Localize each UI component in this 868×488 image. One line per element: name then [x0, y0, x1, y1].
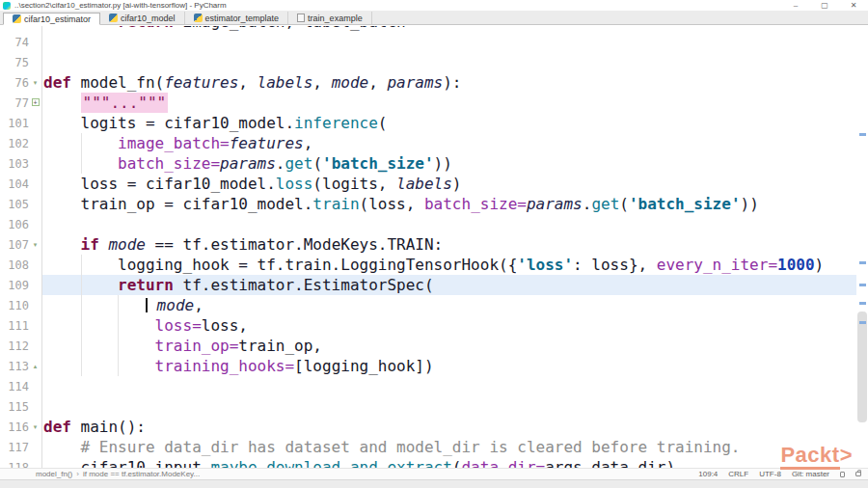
scrollbar-occurrence-mark[interactable] [859, 284, 866, 286]
code-line[interactable]: 107▾ if mode == tf.estimator.ModeKeys.TR… [0, 234, 856, 255]
editor-tab-bar: cifar10_estimatorcifar10_modelestimator_… [0, 12, 868, 25]
gutter[interactable]: 115 [0, 396, 42, 417]
gutter[interactable]: 116▾ [0, 417, 42, 437]
status-widgets: 109:4 CRLF UTF-8 Git: master [698, 470, 861, 478]
encoding-selector[interactable]: UTF-8 [759, 470, 781, 478]
gutter[interactable]: 75 [0, 52, 42, 72]
caret-position[interactable]: 109:4 [698, 470, 718, 478]
tab-label: cifar10_model [121, 14, 176, 23]
code-text: def model_fn(features, labels, mode, par… [42, 72, 856, 93]
code-line[interactable]: 116▾def main(): [0, 417, 856, 437]
window-controls: – ▢ ✕ [781, 0, 868, 12]
code-line[interactable]: 76▾def model_fn(features, labels, mode, … [0, 72, 856, 93]
scrollbar-occurrence-mark[interactable] [859, 261, 866, 264]
breadcrumb-item[interactable]: model_fn() [36, 470, 72, 478]
code-line[interactable]: 102 image_batch=features, [0, 133, 856, 153]
fold-expanded-icon[interactable]: ▾ [29, 417, 41, 437]
maximize-button[interactable]: ▢ [810, 0, 839, 12]
fold-expanded-icon[interactable]: ▾ [29, 234, 41, 255]
packt-logo-text: Packt [780, 443, 839, 470]
code-text: train_op=train_op, [42, 336, 856, 356]
code-line[interactable]: 105 train_op = cifar10_model.train(loss,… [0, 194, 856, 214]
code-text: loss = cifar10_model.loss(logits, labels… [42, 174, 856, 194]
gutter[interactable]: 108 [0, 255, 42, 275]
fold-expanded-icon[interactable]: ▾ [29, 72, 41, 93]
text-file-icon [297, 14, 305, 22]
code-line[interactable]: 113▴ training_hooks=[logging_hook]) [0, 356, 856, 376]
gutter[interactable]: 117 [0, 437, 42, 457]
editor-scrollbar[interactable] [856, 26, 868, 469]
code-text: def main(): [42, 417, 856, 437]
gutter[interactable]: 74 [0, 32, 42, 52]
code-text: mode, [42, 295, 856, 315]
gutter[interactable]: 102 [0, 133, 42, 153]
gutter[interactable]: 109 [0, 275, 42, 295]
fold-collapsed-icon[interactable]: + [29, 93, 41, 113]
code-text: image_batch=features, [42, 133, 856, 153]
code-editor[interactable]: return image_batch, label_batch747576▾de… [0, 26, 868, 469]
code-line[interactable]: 108 logging_hook = tf.train.LoggingTenso… [0, 255, 856, 275]
code-line[interactable]: 110 mode, [0, 295, 856, 315]
code-line[interactable]: 111 loss=loss, [0, 315, 856, 336]
gutter[interactable]: 111 [0, 315, 42, 336]
scrollbar-occurrence-mark[interactable] [859, 133, 866, 136]
lock-icon[interactable] [855, 472, 861, 476]
line-number: 110 [0, 299, 29, 312]
tab-estimator_template[interactable]: estimator_template [185, 12, 289, 24]
code-text: batch_size=params.get('batch_size')) [42, 153, 856, 174]
code-line[interactable]: 101 logits = cifar10_model.inference( [0, 113, 856, 133]
code-line[interactable]: 109 return tf.estimator.EstimatorSpec( [0, 275, 856, 295]
code-line[interactable]: 75 [0, 52, 856, 72]
scrollbar-occurrence-mark[interactable] [859, 321, 866, 324]
code-line[interactable]: 115 [0, 396, 856, 417]
packt-logo-arrow: > [840, 443, 853, 467]
code-text [42, 52, 856, 72]
gutter[interactable]: 114 [0, 376, 42, 396]
line-number: 117 [0, 441, 29, 454]
window-title-bar: ..\section2\cifar10_estimator.py [ai-wit… [0, 0, 868, 12]
line-number: 76 [0, 76, 29, 90]
gutter[interactable]: 105 [0, 194, 42, 214]
scrollbar-thumb[interactable] [857, 312, 867, 422]
gutter[interactable]: 107▾ [0, 234, 42, 255]
indent-guide [81, 255, 82, 376]
gutter[interactable]: 77+ [0, 93, 42, 113]
close-button[interactable]: ✕ [839, 0, 868, 12]
line-number: 114 [0, 380, 29, 393]
git-branch-widget[interactable]: Git: master [792, 470, 829, 478]
code-text: logits = cifar10_model.inference( [42, 113, 856, 133]
code-line[interactable]: 103 batch_size=params.get('batch_size')) [0, 153, 856, 174]
line-number: 115 [0, 400, 29, 414]
gutter[interactable]: 110 [0, 295, 42, 315]
code-line[interactable]: 117 # Ensure data_dir has dataset and mo… [0, 437, 856, 457]
gutter[interactable]: 101 [0, 113, 42, 133]
code-line[interactable]: 104 loss = cifar10_model.loss(logits, la… [0, 174, 856, 194]
line-ending-selector[interactable]: CRLF [728, 470, 748, 478]
breadcrumb-item[interactable]: if mode == tf.estimator.ModeKey... [83, 470, 200, 478]
tab-label: estimator_template [205, 14, 280, 23]
code-line[interactable]: 112 train_op=train_op, [0, 336, 856, 356]
tab-cifar10_estimator[interactable]: cifar10_estimator [3, 13, 100, 25]
tab-cifar10_model[interactable]: cifar10_model [100, 12, 185, 24]
line-number: 105 [0, 198, 29, 211]
gutter[interactable]: 104 [0, 174, 42, 194]
line-number: 113 [0, 360, 29, 373]
code-line[interactable]: 106 [0, 214, 856, 234]
gutter[interactable]: 112 [0, 336, 42, 356]
scrollbar-occurrence-mark[interactable] [859, 302, 866, 305]
minimize-button[interactable]: – [781, 0, 810, 12]
fold-end-icon[interactable]: ▴ [29, 356, 41, 376]
gutter[interactable]: 76▾ [0, 72, 42, 93]
line-number: 111 [0, 319, 29, 333]
tab-train_example[interactable]: train_example [288, 12, 372, 24]
code-line[interactable]: 77+ """...""" [0, 93, 856, 113]
gutter[interactable]: 106 [0, 214, 42, 234]
code-text: logging_hook = tf.train.LoggingTensorHoo… [42, 255, 856, 275]
code-text [42, 32, 856, 52]
code-line[interactable]: 114 [0, 376, 856, 396]
code-text [42, 396, 856, 417]
gutter[interactable]: 103 [0, 153, 42, 174]
indicator-icon[interactable] [840, 472, 845, 477]
code-line[interactable]: 74 [0, 32, 856, 52]
gutter[interactable]: 113▴ [0, 356, 42, 376]
